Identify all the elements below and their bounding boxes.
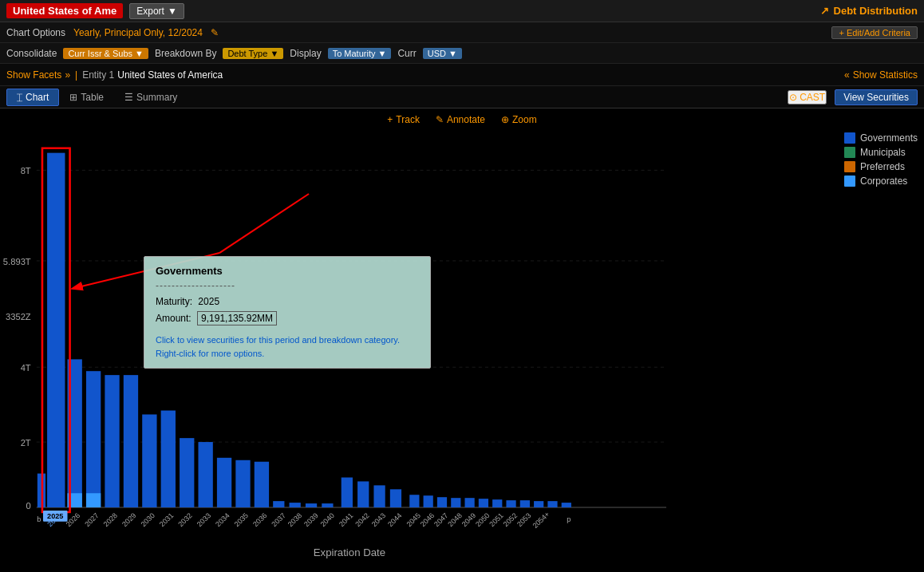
top-bar-left: United States of Ame Export ▼ xyxy=(6,3,184,19)
tab-summary[interactable]: ☰ Summary xyxy=(114,89,188,106)
legend-item-municipals: Municipals xyxy=(844,147,918,158)
bar-2054[interactable] xyxy=(534,501,543,507)
svg-text:2047: 2047 xyxy=(432,511,450,528)
svg-text:2028: 2028 xyxy=(102,511,120,528)
svg-text:2035: 2035 xyxy=(233,511,251,528)
bar-2056[interactable] xyxy=(562,503,571,507)
bar-2051[interactable] xyxy=(492,499,502,507)
bar-2050[interactable] xyxy=(479,499,488,507)
bar-2025-government[interactable] xyxy=(47,153,65,507)
bar-2031-gov[interactable] xyxy=(161,411,176,507)
svg-text:3352Z: 3352Z xyxy=(6,312,31,322)
track-icon: + xyxy=(387,114,393,125)
tooltip-title: Governments xyxy=(156,265,419,277)
legend-label-municipals: Municipals xyxy=(860,147,906,158)
bar-2034-gov[interactable] xyxy=(217,458,231,507)
bar-2044[interactable] xyxy=(390,489,401,507)
curr-issr-dropdown[interactable]: Curr Issr & Subs ▼ xyxy=(63,48,148,59)
svg-text:2043: 2043 xyxy=(370,511,388,528)
bar-2048[interactable] xyxy=(451,498,460,507)
bar-2027-gov[interactable] xyxy=(86,371,101,507)
bar-2053[interactable] xyxy=(520,500,530,507)
svg-text:b: b xyxy=(37,515,41,523)
svg-text:Expiration Date: Expiration Date xyxy=(314,546,385,558)
tooltip: Governments -------------------- Maturit… xyxy=(144,256,431,369)
tooltip-amount-label: Amount: xyxy=(156,313,192,324)
table-tab-icon: ⊞ xyxy=(69,92,77,103)
show-statistics-button[interactable]: « Show Statistics xyxy=(844,69,918,81)
svg-text:0: 0 xyxy=(26,501,30,511)
usd-dropdown[interactable]: USD ▼ xyxy=(423,48,462,59)
curr-label: Curr xyxy=(397,48,416,59)
tooltip-maturity-label: Maturity: xyxy=(156,296,192,307)
tabs-row: ⌶ Chart ⊞ Table ☰ Summary ⊙ CAST View Se… xyxy=(0,86,924,108)
add-criteria-button[interactable]: + Edit/Add Criteria xyxy=(831,26,918,39)
arrow-right-icon: » xyxy=(65,69,70,81)
bar-2032-gov[interactable] xyxy=(180,438,194,507)
legend-color-corporates xyxy=(844,176,855,187)
tab-table[interactable]: ⊞ Table xyxy=(59,89,114,106)
svg-text:4T: 4T xyxy=(21,363,31,373)
bar-2028-gov[interactable] xyxy=(105,375,119,507)
bar-2035-gov[interactable] xyxy=(235,460,250,507)
legend-item-governments: Governments xyxy=(844,132,918,144)
cast-button[interactable]: ⊙ CAST xyxy=(788,90,827,105)
chart-toolbar: + Track ✎ Annotate ⊕ Zoom xyxy=(0,108,924,131)
bar-2033-gov[interactable] xyxy=(198,442,212,507)
bar-2047[interactable] xyxy=(437,497,447,507)
bar-2049[interactable] xyxy=(465,498,475,507)
zoom-button[interactable]: ⊕ Zoom xyxy=(501,114,537,125)
svg-text:8T: 8T xyxy=(21,166,31,176)
chart-options-row: Chart Options Yearly, Principal Only, 12… xyxy=(0,22,924,43)
tooltip-info-2: Right-click for more options. xyxy=(156,347,419,361)
display-label: Display xyxy=(290,48,321,59)
export-button[interactable]: Export ▼ xyxy=(129,3,184,19)
entity-title[interactable]: United States of Ame xyxy=(6,3,123,18)
svg-text:2025: 2025 xyxy=(47,512,63,520)
svg-text:5.893T: 5.893T xyxy=(3,257,31,266)
entity-separator: | xyxy=(75,69,77,81)
legend-label-governments: Governments xyxy=(860,132,918,144)
bar-2038[interactable] xyxy=(290,503,301,507)
to-maturity-dropdown[interactable]: To Maturity ▼ xyxy=(328,48,392,59)
show-facets-button[interactable]: Show Facets » xyxy=(6,69,70,81)
bar-2043[interactable] xyxy=(373,485,385,507)
legend: Governments Municipals Preferreds Corpor… xyxy=(844,132,918,187)
svg-text:2052: 2052 xyxy=(502,511,519,528)
bar-2036-gov[interactable] xyxy=(255,462,269,507)
svg-text:2050: 2050 xyxy=(474,511,492,528)
tooltip-divider: -------------------- xyxy=(156,280,419,291)
bar-2040[interactable] xyxy=(322,503,333,507)
debt-distribution: ↗ Debt Distribution xyxy=(820,5,918,17)
breakdown-by-label: Breakdown By xyxy=(155,48,216,59)
bar-2055[interactable] xyxy=(547,501,557,507)
bar-2039[interactable] xyxy=(306,503,317,507)
bar-2037[interactable] xyxy=(273,501,284,507)
bar-2041[interactable] xyxy=(342,478,353,508)
legend-color-governments xyxy=(844,132,855,144)
bar-2042[interactable] xyxy=(357,481,369,507)
debt-type-dropdown[interactable]: Debt Type ▼ xyxy=(223,48,283,59)
bar-2046[interactable] xyxy=(424,495,433,507)
edit-icon[interactable]: ✎ xyxy=(211,27,219,38)
annotate-button[interactable]: ✎ Annotate xyxy=(436,114,485,125)
svg-text:2054+: 2054+ xyxy=(531,510,551,530)
bar-2030-gov[interactable] xyxy=(142,415,156,508)
legend-item-corporates: Corporates xyxy=(844,176,918,187)
svg-text:2034: 2034 xyxy=(214,511,231,528)
legend-label-corporates: Corporates xyxy=(860,176,907,187)
bar-2029-gov[interactable] xyxy=(124,375,138,507)
chart-tab-icon: ⌶ xyxy=(17,92,22,103)
tabs-right: ⊙ CAST View Securities xyxy=(788,89,918,105)
bar-2045[interactable] xyxy=(409,495,419,507)
bar-2027-corp[interactable] xyxy=(86,493,101,507)
summary-tab-icon: ☰ xyxy=(124,92,133,103)
bar-2052[interactable] xyxy=(506,500,515,507)
svg-text:2029: 2029 xyxy=(120,511,138,528)
view-securities-button[interactable]: View Securities xyxy=(835,89,918,105)
tooltip-info-1: Click to view securities for this period… xyxy=(156,333,419,347)
svg-text:2T: 2T xyxy=(21,438,31,448)
tab-chart[interactable]: ⌶ Chart xyxy=(6,89,59,106)
svg-text:2041: 2041 xyxy=(338,511,355,528)
track-button[interactable]: + Track xyxy=(387,114,420,125)
